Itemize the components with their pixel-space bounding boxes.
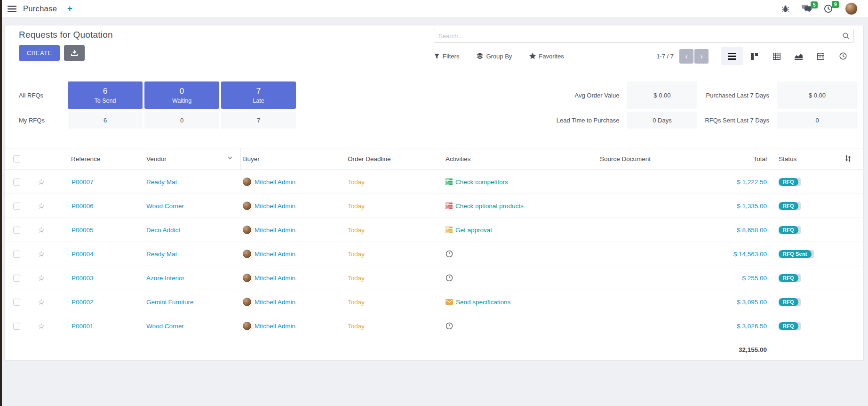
table-row[interactable]: ☆ P00001 Wood Corner Mitchell Admin Toda…: [5, 314, 863, 338]
row-checkbox[interactable]: [13, 275, 20, 282]
vendor-link[interactable]: Ready Mat: [146, 179, 177, 186]
favorite-star-icon[interactable]: ☆: [38, 202, 45, 211]
clock-icon[interactable]: [446, 250, 453, 258]
column-header-order-deadline[interactable]: Order Deadline: [346, 148, 445, 170]
my-waiting-cell[interactable]: 0: [144, 112, 219, 129]
reference-link[interactable]: P00001: [72, 323, 94, 330]
app-name[interactable]: Purchase: [23, 4, 57, 13]
tasks-icon[interactable]: [446, 179, 453, 185]
row-checkbox[interactable]: [13, 251, 20, 258]
clock-icon[interactable]: [446, 274, 453, 282]
activity-link[interactable]: Get approval: [455, 227, 492, 234]
messages-icon[interactable]: 5: [802, 5, 812, 13]
vendor-link[interactable]: Gemini Furniture: [146, 299, 194, 306]
activity-view-button[interactable]: [832, 47, 854, 65]
list-view-button[interactable]: [721, 47, 743, 65]
row-checkbox[interactable]: [13, 299, 20, 306]
group-by-button[interactable]: Group By: [477, 53, 512, 60]
activity-link[interactable]: Send specifications: [456, 299, 510, 306]
favorites-button[interactable]: Favorites: [529, 53, 564, 60]
tasks-icon[interactable]: [446, 203, 453, 209]
column-header-vendor[interactable]: Vendor: [143, 148, 240, 170]
bucket-late-button[interactable]: 7 Late: [221, 81, 296, 109]
reference-link[interactable]: P00004: [72, 251, 94, 258]
column-header-total[interactable]: Total: [717, 148, 772, 170]
column-header-activities[interactable]: Activities: [445, 148, 600, 170]
filters-button[interactable]: Filters: [434, 53, 459, 60]
activity-link[interactable]: Check competitors: [455, 179, 508, 186]
column-header-status[interactable]: Status: [772, 148, 833, 170]
optional-columns-icon[interactable]: [844, 155, 852, 162]
hamburger-menu-icon[interactable]: [8, 6, 16, 12]
vendor-link[interactable]: Wood Corner: [146, 203, 184, 210]
bucket-to-send-button[interactable]: 6 To Send: [68, 81, 143, 109]
activity-link[interactable]: Check optional products: [455, 203, 524, 210]
favorite-star-icon[interactable]: ☆: [38, 226, 45, 235]
buyer-link[interactable]: Mitchell Admin: [255, 275, 295, 282]
pager-next-button[interactable]: ›: [694, 49, 709, 64]
source-document-cell: [600, 170, 717, 194]
vendor-link[interactable]: Azure Interior: [146, 275, 184, 282]
activities-clock-icon[interactable]: 9: [824, 4, 833, 13]
reference-link[interactable]: P00005: [72, 227, 94, 234]
reference-link[interactable]: P00006: [72, 203, 94, 210]
chevron-down-icon[interactable]: [228, 156, 232, 159]
table-row[interactable]: ☆ P00004 Ready Mat Mitchell Admin Today …: [5, 242, 863, 266]
pager-prev-button[interactable]: ‹: [679, 49, 693, 64]
table-row[interactable]: ☆ P00002 Gemini Furniture Mitchell Admin…: [5, 290, 863, 314]
table-row[interactable]: ☆ P00007 Ready Mat Mitchell Admin Today …: [5, 170, 863, 194]
column-header-reference[interactable]: Reference: [54, 148, 143, 170]
buyer-link[interactable]: Mitchell Admin: [255, 251, 295, 258]
select-all-checkbox[interactable]: [13, 155, 20, 162]
kanban-view-button[interactable]: [743, 47, 765, 65]
source-document-cell: [600, 194, 717, 218]
user-avatar[interactable]: [845, 2, 858, 15]
envelope-icon[interactable]: [446, 299, 453, 305]
total-amount: $ 255.00: [742, 275, 767, 282]
reference-link[interactable]: P00002: [72, 299, 94, 306]
row-checkbox[interactable]: [13, 323, 20, 330]
row-checkbox[interactable]: [13, 179, 20, 186]
view-switcher: [721, 47, 854, 65]
vendor-link[interactable]: Wood Corner: [146, 323, 184, 330]
my-to-send-cell[interactable]: 6: [68, 112, 143, 129]
table-footer-row: 32,155.00: [5, 338, 863, 361]
add-tab-button[interactable]: +: [67, 4, 72, 14]
export-button[interactable]: [64, 45, 85, 61]
calendar-view-button[interactable]: [810, 47, 832, 65]
buyer-link[interactable]: Mitchell Admin: [255, 179, 295, 186]
tasks-icon[interactable]: [446, 227, 453, 233]
buyer-link[interactable]: Mitchell Admin: [255, 299, 295, 306]
favorite-star-icon[interactable]: ☆: [38, 322, 45, 331]
buyer-link[interactable]: Mitchell Admin: [255, 203, 295, 210]
column-header-source-document[interactable]: Source Document: [600, 148, 717, 170]
favorite-star-icon[interactable]: ☆: [38, 298, 45, 307]
vendor-link[interactable]: Deco Addict: [146, 227, 180, 234]
my-late-cell[interactable]: 7: [221, 112, 296, 129]
control-panel-right: Filters Group By Favorites 1-7 / 7 ‹ ›: [434, 29, 854, 65]
reference-link[interactable]: P00003: [72, 275, 94, 282]
column-header-buyer[interactable]: Buyer: [240, 148, 346, 170]
clock-icon[interactable]: [446, 322, 453, 330]
search-input[interactable]: [434, 29, 854, 43]
search-icon[interactable]: [842, 32, 850, 41]
table-row[interactable]: ☆ P00005 Deco Addict Mitchell Admin Toda…: [5, 218, 863, 242]
create-button[interactable]: CREATE: [19, 45, 60, 61]
reference-link[interactable]: P00007: [72, 179, 94, 186]
table-row[interactable]: ☆ P00003 Azure Interior Mitchell Admin T…: [5, 266, 863, 290]
graph-view-button[interactable]: [788, 47, 810, 65]
status-badge: RFQ: [779, 274, 801, 282]
row-checkbox[interactable]: [13, 227, 20, 234]
pivot-view-button[interactable]: [765, 47, 788, 65]
buyer-link[interactable]: Mitchell Admin: [255, 227, 295, 234]
favorite-star-icon[interactable]: ☆: [38, 178, 45, 187]
buyer-link[interactable]: Mitchell Admin: [255, 323, 295, 330]
favorite-star-icon[interactable]: ☆: [38, 274, 45, 283]
favorite-star-icon[interactable]: ☆: [38, 250, 45, 259]
table-row[interactable]: ☆ P00006 Wood Corner Mitchell Admin Toda…: [5, 194, 863, 218]
vendor-link[interactable]: Ready Mat: [146, 251, 177, 258]
debug-bug-icon[interactable]: [781, 5, 789, 12]
row-checkbox[interactable]: [13, 203, 20, 210]
bucket-waiting-button[interactable]: 0 Waiting: [144, 81, 219, 109]
order-deadline: Today: [348, 299, 365, 306]
